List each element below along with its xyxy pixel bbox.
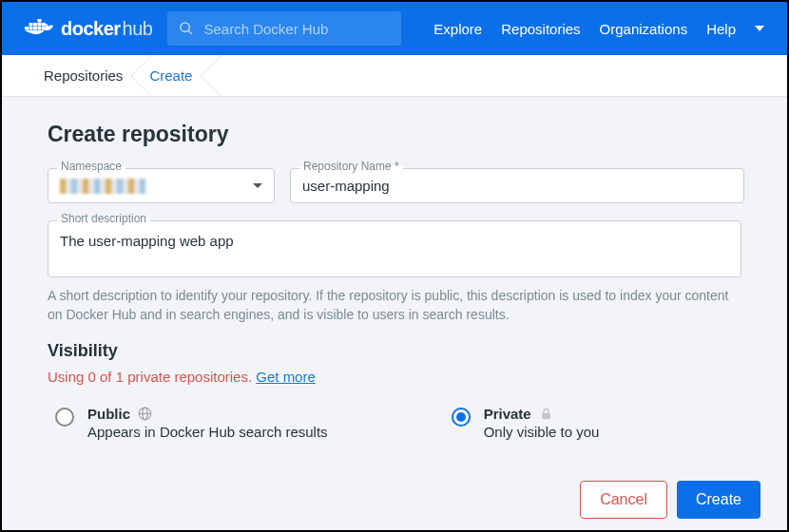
nav-explore[interactable]: Explore xyxy=(433,21,482,37)
radio-public[interactable] xyxy=(55,408,74,427)
namespace-value-redacted xyxy=(60,179,145,194)
public-title: Public xyxy=(87,406,130,422)
get-more-link[interactable]: Get more xyxy=(256,369,316,385)
repo-name-field: Repository Name * xyxy=(290,168,744,203)
page-title: Create repository xyxy=(48,122,741,147)
nav-repositories[interactable]: Repositories xyxy=(501,21,580,37)
repo-name-input[interactable] xyxy=(302,178,732,194)
svg-rect-5 xyxy=(29,23,33,27)
short-desc-label: Short description xyxy=(57,212,150,225)
create-button[interactable]: Create xyxy=(677,481,760,519)
visibility-options: Public Appears in Docker Hub search resu… xyxy=(48,406,741,440)
svg-rect-15 xyxy=(542,413,550,419)
main-content: Create repository Namespace Repository N… xyxy=(2,97,787,530)
logo-text-light: hub xyxy=(123,18,153,40)
visibility-heading: Visibility xyxy=(48,341,741,361)
search-icon xyxy=(179,21,194,36)
caret-down-icon xyxy=(253,183,262,188)
public-sub: Appears in Docker Hub search results xyxy=(87,424,328,440)
short-desc-helper: A short description to identify your rep… xyxy=(48,287,741,324)
svg-rect-8 xyxy=(42,23,46,27)
action-buttons: Cancel Create xyxy=(580,481,760,519)
svg-rect-9 xyxy=(38,19,42,23)
svg-rect-2 xyxy=(33,27,37,30)
chevron-down-icon[interactable] xyxy=(755,26,764,31)
namespace-field: Namespace xyxy=(48,168,275,203)
breadcrumb: Repositories Create xyxy=(2,55,787,97)
docker-whale-icon xyxy=(25,18,53,39)
svg-rect-6 xyxy=(33,23,37,27)
top-bar: dockerhub Explore Repositories Organizat… xyxy=(2,2,787,55)
crumb-create[interactable]: Create xyxy=(142,55,211,96)
private-title: Private xyxy=(484,406,531,422)
logo-text-bold: docker xyxy=(61,18,121,40)
svg-rect-0 xyxy=(25,27,29,30)
globe-icon xyxy=(138,407,152,421)
nav-organizations[interactable]: Organizations xyxy=(600,21,688,37)
cancel-button[interactable]: Cancel xyxy=(580,481,667,519)
nav-help[interactable]: Help xyxy=(706,21,736,37)
option-public[interactable]: Public Appears in Docker Hub search resu… xyxy=(55,406,328,440)
svg-rect-1 xyxy=(29,27,33,30)
visibility-quota: Using 0 of 1 private repositories. Get m… xyxy=(48,369,741,385)
namespace-select[interactable] xyxy=(48,168,275,203)
nav-links: Explore Repositories Organizations Help xyxy=(433,21,764,37)
lock-icon xyxy=(539,407,553,421)
svg-rect-7 xyxy=(38,23,42,27)
quota-text: Using 0 of 1 private repositories. xyxy=(48,369,256,385)
repo-name-label: Repository Name * xyxy=(299,160,403,173)
svg-point-10 xyxy=(181,23,189,31)
search-input[interactable] xyxy=(203,21,390,37)
namespace-label: Namespace xyxy=(57,160,125,173)
option-private[interactable]: Private Only visible to you xyxy=(452,406,600,440)
logo[interactable]: dockerhub xyxy=(25,18,152,40)
radio-private[interactable] xyxy=(452,408,471,427)
short-desc-field: Short description The user-mapping web a… xyxy=(48,220,741,277)
svg-rect-3 xyxy=(38,27,42,30)
crumb-repositories[interactable]: Repositories xyxy=(36,55,142,96)
svg-line-11 xyxy=(188,30,192,34)
short-desc-input[interactable]: The user-mapping web app xyxy=(60,233,729,254)
search-box[interactable] xyxy=(167,11,401,46)
private-sub: Only visible to you xyxy=(484,424,600,440)
